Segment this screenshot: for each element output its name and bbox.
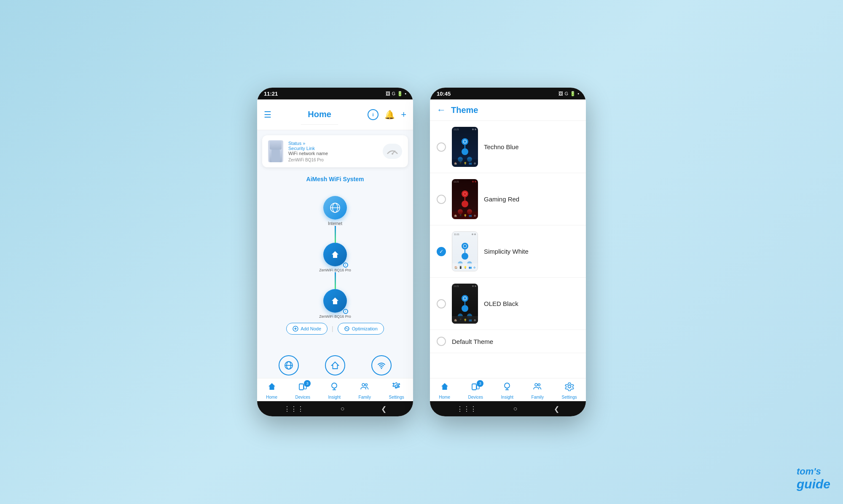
settings-nav-icon xyxy=(392,382,401,394)
mini-insight-icon-2: 💡 xyxy=(464,214,467,217)
android-back[interactable]: ❮ xyxy=(381,405,387,413)
family-nav-icon-2 xyxy=(533,382,542,394)
status-bar-theme: 10:45 🖼 G 🔋 • xyxy=(430,88,586,99)
family-nav-icon xyxy=(360,382,369,394)
add-node-label: Add Node xyxy=(301,326,321,331)
nav-devices[interactable]: 3 Devices xyxy=(295,382,310,399)
devices-badge-2: 3 xyxy=(477,380,483,387)
connector-1 xyxy=(335,226,336,243)
header-icons: i 🔔 + xyxy=(368,109,406,120)
dot-icon: • xyxy=(405,91,406,96)
nav-family-2[interactable]: Family xyxy=(532,382,544,399)
devices-nav-icon: 3 xyxy=(298,382,307,394)
nav-family[interactable]: Family xyxy=(359,382,371,399)
battery-icon: 🔋 xyxy=(397,91,403,97)
mini-settings-icon-4: ⚙ xyxy=(474,319,476,322)
insight-nav-icon xyxy=(330,382,339,394)
nav-insight-2[interactable]: Insight xyxy=(501,382,513,399)
add-node-button[interactable]: Add Node xyxy=(286,323,328,335)
mini-devices-icon-3: 📱 xyxy=(459,266,462,269)
internet-label: Internet xyxy=(328,221,342,226)
phone-theme: 10:45 🖼 G 🔋 • ← Theme xyxy=(430,88,586,416)
theme-item-oled[interactable]: 11:21 xyxy=(430,278,586,330)
nav-home-2[interactable]: Home xyxy=(439,382,450,399)
insight-nav-label: Insight xyxy=(328,395,341,399)
theme-item-gaming[interactable]: 11:21 xyxy=(430,173,586,225)
internet-node: Internet xyxy=(323,196,347,226)
mini-devices-icon: 📱 xyxy=(459,162,462,165)
status-time-2: 10:45 xyxy=(437,91,451,97)
default-theme-label: Default Theme xyxy=(452,338,493,345)
info-button[interactable]: i xyxy=(368,109,379,120)
wifi-button[interactable] xyxy=(371,355,392,375)
android-home[interactable]: ○ xyxy=(341,405,345,413)
nav-settings[interactable]: Settings xyxy=(389,382,404,399)
radio-simplicity[interactable] xyxy=(437,247,446,256)
nav-settings-2[interactable]: Settings xyxy=(562,382,577,399)
default-theme-item[interactable]: Default Theme xyxy=(430,330,586,353)
settings-nav-icon-2 xyxy=(565,382,574,394)
action-divider: | xyxy=(332,323,333,335)
insight-nav-label-2: Insight xyxy=(501,395,513,399)
android-menu-2[interactable]: ⋮⋮⋮ xyxy=(456,405,477,413)
svg-point-21 xyxy=(463,140,467,143)
nav-home[interactable]: Home xyxy=(266,382,277,399)
router1-circle: i xyxy=(323,243,347,266)
radio-techno[interactable] xyxy=(437,142,446,152)
nav-devices-2[interactable]: 3 Devices xyxy=(468,382,483,399)
mini-settings-icon-2: ⚙ xyxy=(474,214,476,217)
add-button[interactable]: + xyxy=(401,109,406,120)
svg-rect-13 xyxy=(299,384,303,390)
mini-settings-icon: ⚙ xyxy=(474,162,476,165)
theme-item-simplicity[interactable]: 11:21 xyxy=(430,225,586,278)
svg-point-12 xyxy=(381,368,382,369)
preview-simplicity: 11:21 xyxy=(452,231,478,271)
mini-home-icon: 🏠 xyxy=(454,162,457,165)
theme-item-techno[interactable]: 11:21 xyxy=(430,121,586,173)
menu-icon[interactable]: ☰ xyxy=(264,110,271,120)
family-nav-label-2: Family xyxy=(532,395,544,399)
router-card[interactable]: Status » Security Link WiFi network name… xyxy=(262,135,408,167)
guide-text: guide xyxy=(797,477,830,491)
theme-header: ← Theme xyxy=(430,99,586,121)
camera-icon: 🖼 xyxy=(386,91,390,96)
nav-insight[interactable]: Insight xyxy=(328,382,341,399)
home-nav-label-2: Home xyxy=(439,395,450,399)
back-button[interactable]: ← xyxy=(437,105,446,115)
devices-nav-label: Devices xyxy=(295,395,310,399)
router-text: Status » Security Link WiFi network name… xyxy=(288,141,328,162)
radio-oled[interactable] xyxy=(437,299,446,308)
preview-gaming: 11:21 xyxy=(452,179,478,219)
router2-node: i ZenWiFi BQ16 Pro xyxy=(319,289,351,319)
optimization-button[interactable]: Optimization xyxy=(338,323,384,335)
radio-default[interactable] xyxy=(437,337,446,346)
mini-home-icon-3: 🏠 xyxy=(454,266,457,269)
globe-button[interactable] xyxy=(279,355,299,375)
theme-list: 11:21 xyxy=(430,121,586,378)
svg-point-24 xyxy=(463,297,467,300)
mini-devices-icon-4: 📱 xyxy=(459,319,462,322)
mini-insight-icon-3: 💡 xyxy=(464,266,467,269)
devices-nav-icon-2: 3 xyxy=(471,382,480,394)
android-menu[interactable]: ⋮⋮⋮ xyxy=(284,405,304,413)
notification-button[interactable]: 🔔 xyxy=(384,110,395,120)
radio-gaming[interactable] xyxy=(437,195,446,204)
settings-nav-label-2: Settings xyxy=(562,395,577,399)
svg-point-19 xyxy=(365,384,368,386)
android-back-2[interactable]: ❮ xyxy=(554,405,559,413)
bottom-icons-row xyxy=(257,350,413,378)
mini-insight-icon-4: 💡 xyxy=(464,319,467,322)
theme-title: Theme xyxy=(451,105,478,115)
router2-label: ZenWiFi BQ16 Pro xyxy=(319,314,351,319)
phone-home: 11:21 🖼 G 🔋 • ☰ Home i 🔔 + xyxy=(257,88,413,416)
bottom-nav-theme: Home 3 Devices xyxy=(430,378,586,401)
preview-bottom-simplicity: 🏠 📱 💡 👥 ⚙ xyxy=(452,263,478,271)
preview-bottom-gaming: 🏠 📱 💡 👥 ⚙ xyxy=(452,212,478,219)
preview-techno: 11:21 xyxy=(452,127,478,167)
home-node-button[interactable] xyxy=(325,355,345,375)
svg-point-31 xyxy=(538,384,540,386)
android-home-2[interactable]: ○ xyxy=(513,405,518,413)
speed-icon xyxy=(383,144,402,159)
dot-icon-2: • xyxy=(577,91,579,96)
home-nav-icon xyxy=(267,382,277,394)
